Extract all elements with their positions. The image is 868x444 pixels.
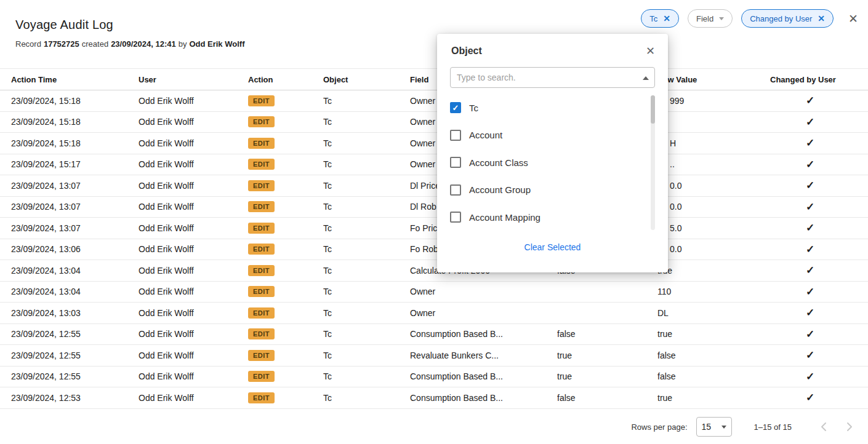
created-datetime: 23/09/2024, 12:41 (111, 39, 176, 49)
changed-by-user-filter-chip[interactable]: Changed by User ✕ (741, 9, 834, 28)
close-icon[interactable]: ✕ (848, 13, 858, 25)
option-row[interactable]: Account Class (450, 149, 655, 176)
new-value-cell: 5.0 (657, 223, 770, 233)
record-author: Odd Erik Wolff (189, 39, 244, 49)
object-cell: Tc (323, 202, 410, 212)
user-cell: Odd Erik Wolff (139, 117, 248, 127)
check-icon: ✓ (806, 243, 814, 256)
option-row[interactable]: Account (450, 122, 655, 149)
action-time-cell: 23/09/2024, 13:04 (0, 266, 139, 276)
field-cell: Owner (410, 287, 557, 296)
scrollbar-track[interactable] (651, 95, 655, 230)
option-label: Account (469, 130, 502, 140)
check-icon: ✓ (806, 94, 814, 107)
action-badge: EDIT (248, 138, 275, 149)
table-row[interactable]: 23/09/2024, 12:55 Odd Erik Wolff EDIT Tc… (0, 345, 868, 367)
checkbox-icon[interactable] (450, 130, 461, 141)
action-cell: EDIT (248, 392, 323, 403)
new-value-cell: 0.0 (657, 181, 770, 191)
changed-by-user-cell: ✓ (770, 116, 868, 129)
check-icon: ✓ (806, 179, 814, 192)
new-value-cell: H (657, 138, 770, 148)
pagination-bar: Rows per page: 15 1–15 of 15 (0, 413, 868, 441)
column-header-user: User (139, 75, 248, 84)
changed-by-user-cell: ✓ (770, 243, 868, 256)
clear-selected-link[interactable]: Clear Selected (524, 242, 581, 252)
option-row[interactable]: ✓ Tc (450, 94, 655, 122)
table-row[interactable]: 23/09/2024, 15:18 Odd Erik Wolff EDIT Tc… (0, 90, 868, 112)
action-time-cell: 23/09/2024, 13:03 (0, 308, 139, 318)
created-label: created (82, 39, 108, 49)
object-filter-chip[interactable]: Tc ✕ (641, 9, 679, 28)
table-row[interactable]: 23/09/2024, 12:55 Odd Erik Wolff EDIT Tc… (0, 324, 868, 346)
object-cell: Tc (323, 329, 410, 339)
remove-changed-by-user-filter-icon[interactable]: ✕ (818, 14, 825, 23)
user-cell: Odd Erik Wolff (139, 223, 248, 233)
search-input[interactable] (451, 68, 654, 87)
column-header-action: Action (248, 75, 323, 84)
user-cell: Odd Erik Wolff (139, 371, 248, 381)
action-cell: EDIT (248, 138, 323, 149)
voyage-audit-log-window: Voyage Audit Log Record17752725created23… (0, 0, 868, 444)
action-cell: EDIT (248, 159, 323, 170)
remove-object-filter-icon[interactable]: ✕ (663, 14, 670, 23)
chevron-up-icon[interactable] (643, 76, 649, 80)
checkbox-icon[interactable]: ✓ (450, 102, 461, 113)
table-row[interactable]: 23/09/2024, 15:18 Odd Erik Wolff EDIT Tc… (0, 133, 868, 154)
checkbox-icon[interactable] (450, 184, 461, 196)
changed-by-user-chip-label: Changed by User (750, 14, 812, 23)
options-list: ✓ Tc Account Account Class Account Group… (450, 94, 655, 231)
option-label: Tc (469, 103, 478, 113)
changed-by-user-cell: ✓ (770, 200, 868, 213)
scrollbar-thumb[interactable] (651, 95, 655, 124)
field-filter-chip[interactable]: Field (688, 9, 733, 28)
object-cell: Tc (323, 371, 410, 381)
object-cell: Tc (323, 117, 410, 127)
object-filter-popup: Object ✕ ✓ Tc Account Account Class Acco… (437, 34, 668, 272)
rows-per-page-label: Rows per page: (631, 422, 687, 432)
rows-per-page-select[interactable]: 15 (696, 417, 732, 437)
user-cell: Odd Erik Wolff (139, 96, 248, 106)
option-row[interactable]: Account Mapping (450, 204, 655, 231)
check-icon: ✓ (806, 264, 814, 277)
action-cell: EDIT (248, 95, 323, 106)
option-row[interactable]: Account Group (450, 176, 655, 204)
object-cell: Tc (323, 308, 410, 318)
new-value-cell: DL (657, 308, 770, 318)
column-header-action-time: Action Time (0, 75, 139, 84)
old-value-cell: true (557, 351, 657, 360)
action-time-cell: 23/09/2024, 13:04 (0, 287, 139, 296)
field-cell: Consumption Based B... (410, 329, 557, 339)
table-row[interactable]: 23/09/2024, 13:04 Odd Erik Wolff EDIT Tc… (0, 282, 868, 303)
table-row[interactable]: 23/09/2024, 12:53 Odd Erik Wolff EDIT Tc… (0, 387, 868, 409)
object-cell: Tc (323, 393, 410, 403)
user-cell: Odd Erik Wolff (139, 266, 248, 276)
check-icon: ✓ (806, 221, 814, 234)
search-box (450, 67, 655, 88)
table-row[interactable]: 23/09/2024, 15:17 Odd Erik Wolff EDIT Tc… (0, 154, 868, 176)
checkbox-icon[interactable] (450, 157, 461, 168)
table-row[interactable]: 23/09/2024, 13:06 Odd Erik Wolff EDIT Tc… (0, 239, 868, 261)
action-badge: EDIT (248, 392, 275, 403)
table-row[interactable]: 23/09/2024, 13:03 Odd Erik Wolff EDIT Tc… (0, 303, 868, 324)
action-cell: EDIT (248, 328, 323, 339)
object-cell: Tc (323, 159, 410, 169)
table-row[interactable]: 23/09/2024, 13:07 Odd Erik Wolff EDIT Tc… (0, 175, 868, 197)
table-row[interactable]: 23/09/2024, 13:07 Odd Erik Wolff EDIT Tc… (0, 197, 868, 218)
action-badge: EDIT (248, 244, 275, 255)
checkbox-icon[interactable] (450, 212, 461, 223)
action-time-cell: 23/09/2024, 13:06 (0, 244, 139, 254)
record-info: Record17752725created23/09/2024, 12:41by… (15, 39, 247, 49)
option-label: Account Mapping (469, 212, 540, 223)
popup-close-icon[interactable]: ✕ (646, 46, 655, 57)
action-cell: EDIT (248, 265, 323, 276)
previous-page-icon[interactable] (814, 417, 834, 437)
check-icon: ✓ (806, 116, 814, 129)
action-badge: EDIT (248, 116, 275, 127)
next-page-icon[interactable] (840, 417, 859, 437)
table-row[interactable]: 23/09/2024, 13:07 Odd Erik Wolff EDIT Tc… (0, 218, 868, 239)
table-row[interactable]: 23/09/2024, 15:18 Odd Erik Wolff EDIT Tc… (0, 112, 868, 133)
check-icon: ✓ (806, 200, 814, 213)
table-row[interactable]: 23/09/2024, 13:04 Odd Erik Wolff EDIT Tc… (0, 260, 868, 282)
table-row[interactable]: 23/09/2024, 12:55 Odd Erik Wolff EDIT Tc… (0, 367, 868, 388)
